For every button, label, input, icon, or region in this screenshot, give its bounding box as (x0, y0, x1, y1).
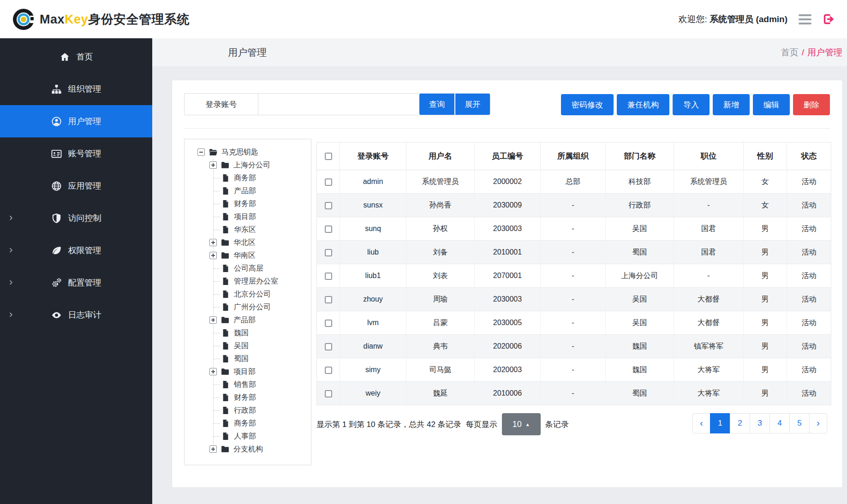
query-button[interactable]: 查询 (419, 94, 454, 115)
tree-expander-icon[interactable] (209, 252, 217, 259)
breadcrumb-home-link[interactable]: 首页 (781, 47, 799, 59)
tree-node[interactable]: 项目部 (185, 210, 311, 223)
prev-page-button[interactable]: ‹ (692, 413, 710, 433)
action-button[interactable]: 导入 (673, 94, 710, 115)
sidebar-item[interactable]: › 首页 (0, 41, 152, 73)
tree-node[interactable]: 管理层办公室 (185, 275, 311, 288)
page-number-button[interactable]: 2 (730, 413, 750, 433)
brand-logo: MaxKey身份安全管理系统 (12, 8, 190, 31)
tree-node[interactable]: 公司高层 (185, 262, 311, 275)
tree-node[interactable]: 北京分公司 (185, 288, 311, 301)
tree-node[interactable]: 华北区 (185, 236, 311, 249)
sidebar-item[interactable]: › 账号管理 (0, 137, 152, 170)
page-number-button[interactable]: 4 (769, 413, 790, 433)
action-button[interactable]: 密码修改 (561, 94, 614, 115)
table-row[interactable]: liub1 刘表 2070001 - 上海分公司 - 男 活动 (317, 264, 831, 288)
tree-node[interactable]: 广州分公司 (185, 301, 311, 314)
table-row[interactable]: zhouy 周瑜 2030003 - 吴国 大都督 男 活动 (317, 288, 831, 311)
select-all-checkbox[interactable] (325, 153, 332, 160)
cell-login: zhouy (340, 288, 406, 311)
tree-node-icon (221, 367, 230, 376)
tree-node[interactable]: 财务部 (185, 197, 311, 210)
next-page-button[interactable]: › (809, 413, 827, 433)
row-checkbox[interactable] (325, 367, 332, 374)
cell-organization: - (541, 311, 606, 335)
tree-node[interactable]: 销售部 (185, 378, 311, 391)
page-number-button[interactable]: 5 (789, 413, 810, 433)
row-select-cell (317, 217, 340, 241)
page-number-button[interactable]: 1 (710, 413, 730, 433)
tree-expander-icon[interactable] (209, 445, 217, 453)
page-size-dropdown[interactable]: 10 ▲ (502, 413, 541, 435)
tree-node-label: 蜀国 (234, 354, 249, 364)
sidebar-item[interactable]: › 日志审计 (0, 299, 152, 331)
login-account-input[interactable] (258, 94, 418, 115)
action-buttons: 密码修改 兼任机构 导入 新增 编辑 删除 (561, 94, 830, 115)
hamburger-menu-icon[interactable] (799, 14, 811, 24)
tree-node[interactable]: 上海分公司 (185, 159, 311, 172)
tree-node[interactable]: 吴国 (185, 339, 311, 352)
sidebar-item[interactable]: › 配置管理 (0, 267, 152, 299)
tree-node[interactable]: 商务部 (185, 172, 311, 184)
cell-status: 活动 (787, 170, 831, 194)
tree-node[interactable]: 产品部 (185, 184, 311, 197)
sidebar-item[interactable]: › 权限管理 (0, 234, 152, 267)
sidebar-item[interactable]: › 应用管理 (0, 170, 152, 202)
row-checkbox[interactable] (325, 202, 332, 209)
row-checkbox[interactable] (325, 178, 332, 186)
cell-login: simy (340, 358, 406, 382)
cell-username: 孙尚香 (406, 194, 475, 217)
sidebar-item[interactable]: › 组织管理 (0, 73, 152, 105)
sidebar-item-label: 用户管理 (68, 116, 101, 127)
table-row[interactable]: dianw 典韦 2020006 - 魏国 镇军将军 男 活动 (317, 335, 831, 358)
table-row[interactable]: weiy 魏延 2010006 - 蜀国 大将军 男 活动 (317, 382, 831, 405)
tree-expander-icon[interactable] (209, 239, 217, 246)
action-button[interactable]: 兼任机构 (617, 94, 669, 115)
welcome-text: 欢迎您: 系统管理员 (admin) (679, 13, 787, 25)
row-checkbox[interactable] (325, 390, 332, 397)
cell-position: - (674, 194, 744, 217)
action-button[interactable]: 编辑 (753, 94, 790, 115)
row-select-cell (317, 382, 340, 405)
sidebar-item-label: 首页 (77, 51, 93, 62)
table-row[interactable]: sunq 孙权 2030003 - 吴国 国君 男 活动 (317, 217, 831, 241)
row-checkbox[interactable] (325, 249, 332, 256)
tree-node[interactable]: 华东区 (185, 223, 311, 236)
tree-node[interactable]: 项目部 (185, 365, 311, 378)
tree-node[interactable]: 马克思钥匙 (185, 146, 311, 159)
tree-node[interactable]: 财务部 (185, 391, 311, 404)
tree-node-icon (221, 354, 230, 363)
tree-node[interactable]: 魏国 (185, 326, 311, 339)
expand-button[interactable]: 展开 (455, 94, 490, 115)
row-checkbox[interactable] (325, 343, 332, 350)
row-checkbox[interactable] (325, 273, 332, 280)
row-checkbox[interactable] (325, 225, 332, 233)
row-checkbox[interactable] (325, 296, 332, 303)
cell-gender: 男 (744, 358, 787, 382)
tree-node[interactable]: 产品部 (185, 314, 311, 326)
table-row[interactable]: liub 刘备 2010001 - 蜀国 国君 男 活动 (317, 241, 831, 264)
tree-node[interactable]: 商务部 (185, 417, 311, 430)
page-number-button[interactable]: 3 (750, 413, 770, 433)
tree-node[interactable]: 分支机构 (185, 443, 311, 456)
table-row[interactable]: admin 系统管理员 2000002 总部 科技部 系统管理员 女 活动 (317, 170, 831, 194)
cell-organization: - (541, 382, 606, 405)
sign-out-icon[interactable] (823, 13, 835, 25)
table-row[interactable]: sunsx 孙尚香 2030009 - 行政部 - 女 活动 (317, 194, 831, 217)
cell-username: 系统管理员 (406, 170, 475, 194)
tree-expander-icon[interactable] (209, 368, 217, 375)
action-button[interactable]: 删除 (793, 94, 830, 115)
tree-node[interactable]: 人事部 (185, 430, 311, 443)
tree-node[interactable]: 华南区 (185, 249, 311, 262)
table-row[interactable]: simy 司马懿 2020003 - 魏国 大将军 男 活动 (317, 358, 831, 382)
sidebar-item[interactable]: › 访问控制 (0, 202, 152, 234)
tree-node[interactable]: 行政部 (185, 404, 311, 417)
tree-expander-icon[interactable] (197, 148, 205, 156)
sidebar-item[interactable]: › 用户管理 (0, 105, 152, 137)
action-button[interactable]: 新增 (713, 94, 750, 115)
tree-expander-icon[interactable] (209, 161, 217, 169)
table-row[interactable]: lvm 吕蒙 2030005 - 吴国 大都督 男 活动 (317, 311, 831, 335)
tree-node[interactable]: 蜀国 (185, 352, 311, 365)
tree-expander-icon[interactable] (209, 316, 217, 324)
row-checkbox[interactable] (325, 320, 332, 327)
